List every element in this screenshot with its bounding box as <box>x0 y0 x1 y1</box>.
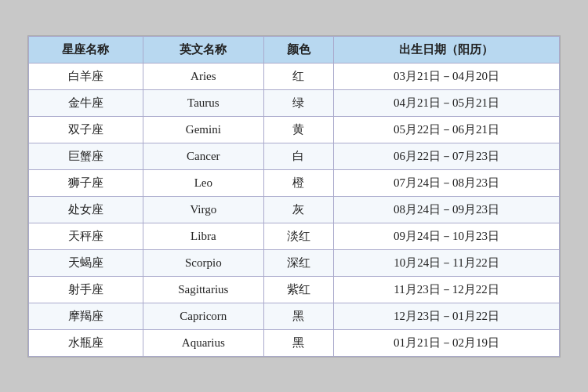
cell-chinese-name: 处女座 <box>29 196 143 223</box>
cell-color: 黑 <box>263 303 333 329</box>
cell-color: 深红 <box>263 249 333 276</box>
cell-date: 12月23日－01月22日 <box>333 303 559 329</box>
cell-date: 09月24日－10月23日 <box>333 223 559 249</box>
table-row: 摩羯座Capricorn黑12月23日－01月22日 <box>29 303 560 329</box>
cell-english-name: Aquarius <box>143 329 263 356</box>
cell-chinese-name: 摩羯座 <box>29 303 143 329</box>
cell-color: 红 <box>263 63 333 89</box>
cell-chinese-name: 天蝎座 <box>29 249 143 276</box>
cell-color: 绿 <box>263 89 333 116</box>
cell-english-name: Sagittarius <box>143 276 263 303</box>
zodiac-table-container: 星座名称 英文名称 颜色 出生日期（阳历） 白羊座Aries红03月21日－04… <box>27 35 561 358</box>
cell-chinese-name: 双子座 <box>29 116 143 143</box>
cell-color: 灰 <box>263 196 333 223</box>
cell-english-name: Leo <box>143 169 263 196</box>
cell-chinese-name: 天秤座 <box>29 223 143 249</box>
cell-date: 03月21日－04月20日 <box>333 63 559 89</box>
header-date: 出生日期（阳历） <box>333 36 559 63</box>
cell-english-name: Libra <box>143 223 263 249</box>
cell-date: 04月21日－05月21日 <box>333 89 559 116</box>
cell-color: 橙 <box>263 169 333 196</box>
cell-date: 05月22日－06月21日 <box>333 116 559 143</box>
cell-date: 08月24日－09月23日 <box>333 196 559 223</box>
table-row: 巨蟹座Cancer白06月22日－07月23日 <box>29 143 560 169</box>
cell-english-name: Taurus <box>143 89 263 116</box>
cell-english-name: Virgo <box>143 196 263 223</box>
zodiac-table: 星座名称 英文名称 颜色 出生日期（阳历） 白羊座Aries红03月21日－04… <box>28 36 560 357</box>
cell-date: 01月21日－02月19日 <box>333 329 559 356</box>
cell-color: 紫红 <box>263 276 333 303</box>
cell-english-name: Cancer <box>143 143 263 169</box>
table-row: 水瓶座Aquarius黑01月21日－02月19日 <box>29 329 560 356</box>
cell-chinese-name: 狮子座 <box>29 169 143 196</box>
table-row: 狮子座Leo橙07月24日－08月23日 <box>29 169 560 196</box>
cell-english-name: Gemini <box>143 116 263 143</box>
cell-color: 淡红 <box>263 223 333 249</box>
cell-color: 白 <box>263 143 333 169</box>
table-row: 射手座Sagittarius紫红11月23日－12月22日 <box>29 276 560 303</box>
cell-chinese-name: 金牛座 <box>29 89 143 116</box>
cell-color: 黄 <box>263 116 333 143</box>
cell-english-name: Capricorn <box>143 303 263 329</box>
table-body: 白羊座Aries红03月21日－04月20日金牛座Taurus绿04月21日－0… <box>29 63 560 356</box>
header-color: 颜色 <box>263 36 333 63</box>
header-english-name: 英文名称 <box>143 36 263 63</box>
cell-english-name: Scorpio <box>143 249 263 276</box>
cell-date: 06月22日－07月23日 <box>333 143 559 169</box>
header-chinese-name: 星座名称 <box>29 36 143 63</box>
table-row: 天蝎座Scorpio深红10月24日－11月22日 <box>29 249 560 276</box>
cell-date: 11月23日－12月22日 <box>333 276 559 303</box>
cell-chinese-name: 水瓶座 <box>29 329 143 356</box>
cell-english-name: Aries <box>143 63 263 89</box>
cell-chinese-name: 巨蟹座 <box>29 143 143 169</box>
table-row: 白羊座Aries红03月21日－04月20日 <box>29 63 560 89</box>
cell-date: 10月24日－11月22日 <box>333 249 559 276</box>
table-row: 天秤座Libra淡红09月24日－10月23日 <box>29 223 560 249</box>
cell-chinese-name: 白羊座 <box>29 63 143 89</box>
cell-chinese-name: 射手座 <box>29 276 143 303</box>
table-header-row: 星座名称 英文名称 颜色 出生日期（阳历） <box>29 36 560 63</box>
cell-date: 07月24日－08月23日 <box>333 169 559 196</box>
table-row: 金牛座Taurus绿04月21日－05月21日 <box>29 89 560 116</box>
table-row: 双子座Gemini黄05月22日－06月21日 <box>29 116 560 143</box>
table-row: 处女座Virgo灰08月24日－09月23日 <box>29 196 560 223</box>
cell-color: 黑 <box>263 329 333 356</box>
